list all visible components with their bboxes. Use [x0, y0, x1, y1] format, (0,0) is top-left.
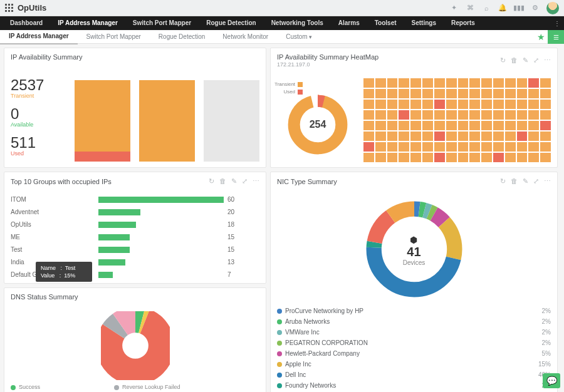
heatmap-cell[interactable] — [469, 100, 480, 109]
heatmap-cell[interactable] — [481, 78, 492, 88]
heatmap-cell[interactable] — [387, 121, 398, 130]
heatmap-cell[interactable] — [540, 153, 551, 162]
heatmap-cell[interactable] — [493, 142, 504, 152]
heatmap-cell[interactable] — [481, 142, 492, 152]
heatmap-cell[interactable] — [410, 78, 421, 88]
heatmap-cell[interactable] — [528, 89, 539, 98]
heatmap-cell[interactable] — [387, 153, 398, 162]
heatmap-cell[interactable] — [528, 100, 539, 109]
heatmap-cell[interactable] — [469, 121, 480, 130]
heatmap-cell[interactable] — [493, 100, 504, 109]
heatmap-cell[interactable] — [540, 78, 551, 88]
heatmap-cell[interactable] — [387, 110, 398, 120]
heatmap-cell[interactable] — [493, 78, 504, 88]
heatmap-cell[interactable] — [363, 89, 374, 98]
mainnav-item[interactable]: IP Address Manager — [50, 16, 125, 30]
heatmap-cell[interactable] — [399, 132, 409, 141]
heatmap-cell[interactable] — [387, 142, 398, 152]
heatmap-cell[interactable] — [469, 89, 480, 98]
heatmap-cell[interactable] — [505, 110, 516, 120]
heatmap-cell[interactable] — [375, 110, 386, 120]
heatmap-cell[interactable] — [505, 100, 516, 109]
heatmap-cell[interactable] — [458, 142, 469, 152]
heatmap-cell[interactable] — [446, 121, 457, 130]
heatmap-cell[interactable] — [363, 121, 374, 130]
heatmap-cell[interactable] — [469, 110, 480, 120]
heatmap-cell[interactable] — [446, 110, 457, 120]
heatmap-cell[interactable] — [493, 110, 504, 120]
heatmap-cell[interactable] — [410, 153, 421, 162]
refresh-icon[interactable]: ↻ — [209, 177, 214, 185]
heatmap-cell[interactable] — [410, 121, 421, 130]
heatmap-cell[interactable] — [434, 78, 445, 88]
heatmap-cell[interactable] — [493, 89, 504, 98]
heatmap-cell[interactable] — [517, 110, 528, 120]
delete-icon[interactable]: 🗑 — [511, 177, 518, 185]
expand-icon[interactable]: ⤢ — [242, 177, 248, 185]
chat-fab[interactable]: 💬 — [543, 373, 560, 388]
heatmap-cell[interactable] — [540, 132, 551, 141]
heatmap-cell[interactable] — [446, 89, 457, 98]
heatmap-cell[interactable] — [422, 89, 433, 98]
heatmap-cell[interactable] — [434, 100, 445, 109]
heatmap-cell[interactable] — [517, 153, 528, 162]
subnav-item[interactable]: IP Address Manager — [0, 29, 78, 44]
heatmap-cell[interactable] — [375, 121, 386, 130]
heatmap-cell[interactable] — [363, 78, 374, 88]
heatmap-cell[interactable] — [387, 100, 398, 109]
heatmap-cell[interactable] — [481, 153, 492, 162]
group-row[interactable]: Test15 — [11, 246, 259, 253]
heatmap-cell[interactable] — [458, 153, 469, 162]
heatmap-cell[interactable] — [399, 110, 409, 120]
heatmap-cell[interactable] — [481, 132, 492, 141]
heatmap-cell[interactable] — [363, 132, 374, 141]
heatmap-cell[interactable] — [399, 121, 409, 130]
subnav-item[interactable]: Custom▾ — [277, 30, 320, 44]
heatmap-cell[interactable] — [517, 78, 528, 88]
heatmap-cell[interactable] — [422, 153, 433, 162]
heatmap-cell[interactable] — [469, 132, 480, 141]
heatmap-cell[interactable] — [469, 142, 480, 152]
expand-icon[interactable]: ⤢ — [533, 56, 539, 64]
edit-icon[interactable]: ✎ — [231, 177, 237, 185]
heatmap-cell[interactable] — [458, 78, 469, 88]
heatmap-cell[interactable] — [434, 142, 445, 152]
subnav-item[interactable]: Switch Port Mapper — [78, 30, 150, 44]
heatmap-cell[interactable] — [540, 121, 551, 130]
heatmap-cell[interactable] — [528, 121, 539, 130]
heatmap-cell[interactable] — [410, 132, 421, 141]
apps-icon[interactable] — [5, 4, 14, 13]
refresh-icon[interactable]: ↻ — [500, 56, 506, 64]
avatar[interactable] — [546, 2, 559, 14]
heatmap-cell[interactable] — [422, 100, 433, 109]
mainnav-item[interactable]: Reports — [444, 16, 483, 30]
heatmap-cell[interactable] — [458, 89, 469, 98]
heatmap-cell[interactable] — [363, 110, 374, 120]
heatmap-cell[interactable] — [493, 121, 504, 130]
heatmap-cell[interactable] — [458, 132, 469, 141]
heatmap-cell[interactable] — [434, 132, 445, 141]
group-row[interactable]: ME15 — [11, 234, 259, 240]
group-row[interactable]: OpUtils18 — [11, 221, 259, 228]
heatmap-cell[interactable] — [517, 100, 528, 109]
rocket-icon[interactable]: ✦ — [449, 3, 459, 13]
heatmap-cell[interactable] — [505, 78, 516, 88]
heatmap-cell[interactable] — [540, 100, 551, 109]
heatmap-cell[interactable] — [410, 100, 421, 109]
heatmap-cell[interactable] — [517, 142, 528, 152]
edit-icon[interactable]: ✎ — [523, 56, 528, 64]
subnav-item[interactable]: Network Monitor — [214, 30, 277, 44]
heatmap-cell[interactable] — [387, 89, 398, 98]
heatmap-cell[interactable] — [493, 132, 504, 141]
heatmap-cell[interactable] — [410, 142, 421, 152]
mainnav-item[interactable]: Settings — [404, 16, 444, 30]
heatmap-cell[interactable] — [540, 110, 551, 120]
heatmap-cell[interactable] — [375, 132, 386, 141]
heatmap-cell[interactable] — [434, 121, 445, 130]
more-icon[interactable]: ⋮ — [551, 16, 563, 30]
heatmap-cell[interactable] — [446, 132, 457, 141]
subnav-item[interactable]: Rogue Detection — [150, 30, 214, 44]
heatmap-cell[interactable] — [434, 110, 445, 120]
edit-icon[interactable]: ✎ — [523, 177, 528, 185]
heatmap-cell[interactable] — [375, 153, 386, 162]
